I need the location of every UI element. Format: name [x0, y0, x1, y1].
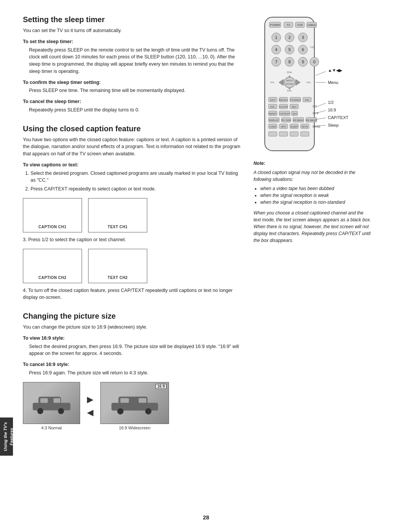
remote-label-sleep: Sleep [328, 123, 338, 127]
remote-label-169: 16:9 [328, 108, 336, 112]
picture-size-title: Changing the picture size [23, 312, 242, 321]
svg-rect-4 [40, 398, 48, 403]
set-sleep-heading: To set the sleep timer: [23, 38, 242, 45]
note-followup: When you choose a closed captioned chann… [253, 210, 372, 244]
caption-boxes-row2: CAPTION CH2 TEXT CH2 [23, 249, 242, 283]
left-column: Setting the sleep timer You can set the … [23, 15, 242, 517]
svg-text:RECALL: RECALL [279, 99, 288, 101]
page-number: 28 [203, 514, 209, 521]
svg-rect-11 [138, 398, 146, 403]
sleep-timer-intro: You can set the TV so it turns off autom… [23, 27, 242, 34]
text-ch1-box: TEXT CH1 [88, 198, 147, 232]
text-ch2-box: TEXT CH2 [88, 249, 147, 283]
svg-text:VOL: VOL [270, 81, 275, 84]
text-ch1-label: TEXT CH1 [108, 225, 127, 229]
svg-text:7: 7 [275, 60, 277, 64]
cancel-169-text: Press 16:9 again. The picture size will … [23, 369, 242, 377]
svg-rect-5 [53, 398, 60, 403]
remote-area: POWER TV VCR CABLE 1 2 3 [253, 15, 393, 246]
svg-text:CH RTN: CH RTN [279, 106, 288, 108]
svg-text:1/2: 1/2 [312, 105, 317, 108]
svg-text:5: 5 [288, 47, 291, 52]
caption-step-1: Select the desired program. Closed capti… [31, 170, 242, 184]
wide-pic-label: 16:9 Widescreen [119, 426, 151, 430]
svg-text:CODE: CODE [270, 126, 276, 128]
note-bullet-1: when a video tape has been dubbed [260, 185, 372, 192]
note-box: Note: A closed caption signal may not be… [253, 160, 372, 246]
svg-line-99 [315, 102, 326, 107]
caption-ch1-box: CAPTION CH1 [23, 198, 82, 232]
arrow-left-icon: ◀ [87, 408, 93, 418]
wide-pic-box: 16:9 [100, 382, 169, 424]
sleep-timer-title: Setting the sleep timer [23, 15, 242, 24]
svg-text:FAV: FAV [305, 99, 309, 101]
caption-boxes-row1: CAPTION CH1 TEXT CH1 [23, 198, 242, 232]
svg-text:NOTE: NOTE [302, 126, 308, 128]
svg-text:MENU: MENU [286, 79, 293, 82]
svg-point-8 [117, 408, 123, 414]
confirm-sleep-heading: To confirm the sleep timer setting: [23, 79, 242, 86]
svg-text:6: 6 [302, 47, 304, 52]
view-169-heading: To view 16:9 style: [23, 335, 242, 342]
svg-rect-96 [301, 132, 309, 136]
svg-text:2: 2 [288, 35, 291, 40]
set-sleep-text: Repeatedly press SLEEP on the remote con… [23, 47, 242, 75]
cancel-169-heading: To cancel 16:9 style: [23, 361, 242, 368]
view-caption-heading: To view captions or text: [23, 161, 242, 169]
svg-text:CABLE: CABLE [307, 24, 316, 26]
svg-line-97 [315, 71, 326, 76]
caption-ch2-label: CAPTION CH2 [39, 276, 66, 280]
remote-svg: POWER TV VCR CABLE 1 2 3 [253, 15, 326, 153]
normal-pic-label: 4:3 Normal [41, 426, 62, 430]
arrows-between-pics: ▶ ◀ [87, 395, 93, 418]
right-column: POWER TV VCR CABLE 1 2 3 [253, 15, 393, 517]
remote-label-captext: CAP/TEXT [328, 115, 348, 120]
view-169-text: Select the desired program, then press 1… [23, 343, 242, 358]
svg-text:CH+: CH+ [287, 71, 292, 74]
remote-label-arrows: ▲▼◀▶ [328, 68, 342, 73]
svg-text:TV/VIDEO: TV/VIDEO [290, 99, 301, 101]
svg-line-101 [315, 118, 326, 119]
svg-text:RESET: RESET [269, 113, 277, 115]
note-title: Note: [253, 160, 372, 167]
caption-step4: 4. To turn off the closed caption featur… [23, 287, 242, 301]
closed-caption-title: Using the closed caption feature [23, 124, 242, 133]
svg-text:8: 8 [288, 60, 291, 64]
svg-rect-94 [279, 132, 288, 136]
svg-text:9: 9 [302, 60, 304, 64]
svg-text:VCR: VCR [297, 24, 303, 26]
arrow-right-icon: ▶ [87, 395, 93, 405]
svg-text:16:9: 16:9 [293, 113, 297, 115]
svg-text:DP MENU: DP MENU [293, 119, 304, 121]
confirm-sleep-text: Press SLEEP one time. The remaining time… [23, 87, 242, 94]
svg-text:1: 1 [275, 35, 277, 40]
side-tab: Using the TV's Features [0, 418, 13, 456]
note-bullet-2: when the signal reception is weak [260, 192, 372, 199]
picture-size-intro: You can change the picture size to 16:9 … [23, 324, 242, 331]
normal-pic-box [23, 382, 80, 424]
remote-label-half: 1/2 [328, 100, 333, 105]
side-tab-line2: Features [9, 428, 14, 445]
text-ch2-label: TEXT CH2 [108, 276, 127, 280]
caption-step3: 3. Press 1/2 to select the caption or te… [23, 236, 242, 243]
svg-text:VOL-: VOL- [270, 106, 275, 108]
svg-text:3: 3 [302, 35, 304, 40]
svg-point-9 [145, 408, 151, 414]
svg-text:CH-: CH- [287, 89, 292, 92]
svg-text:4: 4 [275, 47, 277, 52]
picture-demo: 4:3 Normal ▶ ◀ 16:9 [23, 382, 242, 430]
svg-text:CAPTEXT: CAPTEXT [280, 113, 290, 115]
svg-text:0: 0 [313, 60, 315, 64]
caption-ch1-label: CAPTION CH1 [39, 225, 66, 229]
svg-text:POWER: POWER [270, 24, 280, 26]
wide-pic-badge: 16:9 [156, 384, 166, 389]
svg-text:Sleep: Sleep [312, 125, 320, 128]
caption-step-2: Press CAP/TEXT repeatedly to select capt… [31, 185, 242, 193]
remote-label-menu: Menu [328, 80, 338, 85]
note-bullets: when a video tape has been dubbed when t… [253, 185, 372, 206]
cancel-sleep-text: Repeatedly press SLEEP until the display… [23, 106, 242, 114]
svg-text:16:9: 16:9 [312, 111, 319, 115]
svg-rect-93 [269, 132, 277, 136]
note-intro: A closed caption signal may not be decod… [253, 169, 372, 183]
svg-point-47 [284, 77, 295, 88]
